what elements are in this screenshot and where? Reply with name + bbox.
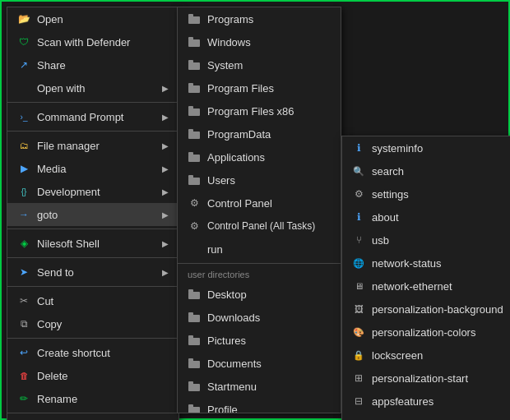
cut-item[interactable]: ✂ Cut <box>7 289 178 312</box>
personbg-icon: 🖼 <box>352 302 365 316</box>
documents-label: Documents <box>207 358 331 370</box>
search-item[interactable]: 🔍 search <box>342 159 510 182</box>
sendto-arrow: ▶ <box>162 268 169 277</box>
delete-item[interactable]: 🗑 Delete <box>7 364 178 387</box>
desktop-folder-icon <box>188 288 201 301</box>
personstart-item[interactable]: ⊞ personalization-start <box>342 367 510 390</box>
systeminfo-item[interactable]: ℹ systeminfo <box>342 136 510 159</box>
share-item[interactable]: ↗ Share <box>7 53 178 76</box>
personcol-item[interactable]: 🎨 personalization-colors <box>342 321 510 344</box>
sendto-item[interactable]: ➤ Send to ▶ <box>7 261 178 284</box>
applications-label: Applications <box>207 151 331 164</box>
cmdprompt-icon: ›_ <box>17 110 30 123</box>
copy-icon: ⧉ <box>17 317 30 330</box>
svg-rect-1 <box>188 14 193 17</box>
open-item[interactable]: 📂 Open <box>7 7 178 30</box>
dev-item[interactable]: {} Development ▶ <box>7 180 178 203</box>
appsfeatures-item[interactable]: ⊟ appsfeatures <box>342 390 510 413</box>
goto-label: goto <box>37 209 155 221</box>
user-dir-separator <box>178 263 341 264</box>
nileshell-arrow: ▶ <box>162 239 169 248</box>
programfiles-item[interactable]: Program Files <box>178 76 341 99</box>
cut-label: Cut <box>37 295 169 307</box>
shortcut-icon: ↩ <box>17 346 30 359</box>
rename-item[interactable]: ✏ Rename <box>7 387 178 410</box>
system-label: System <box>207 59 331 72</box>
pictures-item[interactable]: Pictures <box>178 329 341 352</box>
svg-rect-16 <box>188 292 200 299</box>
programfilesx86-item[interactable]: Program Files x86 <box>178 99 341 122</box>
filemgr-item[interactable]: 🗂 File manager ▶ <box>7 134 178 157</box>
scan-item[interactable]: 🛡 Scan with Defender <box>7 30 178 53</box>
filemgr-arrow: ▶ <box>162 141 169 150</box>
copy-item[interactable]: ⧉ Copy <box>7 312 178 335</box>
networkstatus-icon: 🌐 <box>352 256 365 270</box>
media-label: Media <box>37 163 155 175</box>
lockscreen-item[interactable]: 🔒 lockscreen <box>342 344 510 367</box>
createshortcut-item[interactable]: ↩ Create shortcut <box>7 341 178 364</box>
cmdprompt-item[interactable]: ›_ Command Prompt ▶ <box>7 105 178 128</box>
separator-4 <box>7 257 178 258</box>
separator-5 <box>7 286 178 287</box>
profile-item[interactable]: Profile <box>178 398 341 413</box>
run-item[interactable]: run <box>178 238 341 261</box>
desktop-item[interactable]: Desktop <box>178 283 341 306</box>
user-directories-section: user directories <box>178 266 341 283</box>
dev-label: Development <box>37 186 155 198</box>
usb-item[interactable]: ⑂ usb <box>342 228 510 252</box>
users-label: Users <box>207 174 331 187</box>
open-label: Open <box>37 13 169 25</box>
search-label: search <box>372 165 508 178</box>
settings3-item[interactable]: ⚙ settings <box>342 182 510 205</box>
nileshell-item[interactable]: ◈ Nilesoft Shell ▶ <box>7 232 178 255</box>
rename-label: Rename <box>37 393 169 405</box>
media-arrow: ▶ <box>162 164 169 173</box>
users-item[interactable]: Users <box>178 168 341 192</box>
controlpanel-label: Control Panel <box>207 197 331 210</box>
svg-rect-7 <box>188 83 193 86</box>
system-item[interactable]: System <box>178 53 341 76</box>
usb-icon: ⑂ <box>352 233 365 247</box>
svg-rect-19 <box>188 312 193 316</box>
windows-item[interactable]: Windows <box>178 30 341 53</box>
svg-rect-27 <box>188 404 193 408</box>
systeminfo-icon: ℹ <box>352 141 365 155</box>
separator-1 <box>7 102 178 103</box>
controlpanelall-item[interactable]: ⚙ Control Panel (All Tasks) <box>178 215 341 238</box>
users-folder-icon <box>188 173 201 187</box>
svg-rect-3 <box>188 37 193 40</box>
delete-label: Delete <box>37 370 169 382</box>
programdata-item[interactable]: ProgramData <box>178 122 341 145</box>
programs-item[interactable]: Programs <box>178 7 341 30</box>
share-icon: ↗ <box>17 58 30 72</box>
documents-folder-icon <box>188 357 201 370</box>
documents-item[interactable]: Documents <box>178 352 341 375</box>
svg-rect-15 <box>188 175 193 178</box>
optionalfeatures-item[interactable]: ⊟ optionalfeatures <box>342 413 510 420</box>
openwith-item[interactable]: Open with ▶ <box>7 76 178 99</box>
startmenu-item[interactable]: Startmenu <box>178 375 341 398</box>
svg-rect-10 <box>188 132 200 139</box>
about-item[interactable]: ℹ about <box>342 205 510 228</box>
usb-label: usb <box>372 234 508 247</box>
downloads-item[interactable]: Downloads <box>178 306 341 329</box>
startmenu-folder-icon <box>188 380 201 393</box>
applications-folder-icon <box>188 150 201 164</box>
networkstatus-item[interactable]: 🌐 network-status <box>342 252 510 275</box>
properties-item[interactable]: ☰ Properties <box>7 416 178 420</box>
settings3-label: settings <box>372 188 508 201</box>
media-item[interactable]: ▶ Media ▶ <box>7 157 178 180</box>
controlpanel-item[interactable]: ⚙ Control Panel <box>178 192 341 215</box>
personbg-item[interactable]: 🖼 personalization-background <box>342 298 510 321</box>
separator-7 <box>7 413 178 413</box>
startmenu-label: Startmenu <box>207 381 331 393</box>
svg-rect-14 <box>188 178 200 185</box>
applications-item[interactable]: Applications <box>178 145 341 168</box>
personcol-label: personalization-colors <box>372 326 508 339</box>
goto-submenu: ℹ systeminfo 🔍 search ⚙ settings ℹ about… <box>341 136 510 420</box>
goto-item[interactable]: → goto ▶ <box>7 203 178 226</box>
networkethernet-item[interactable]: 🖥 network-ethernet <box>342 275 510 298</box>
profile-label: Profile <box>207 404 331 414</box>
svg-rect-24 <box>188 384 200 391</box>
search-icon: 🔍 <box>352 164 365 178</box>
